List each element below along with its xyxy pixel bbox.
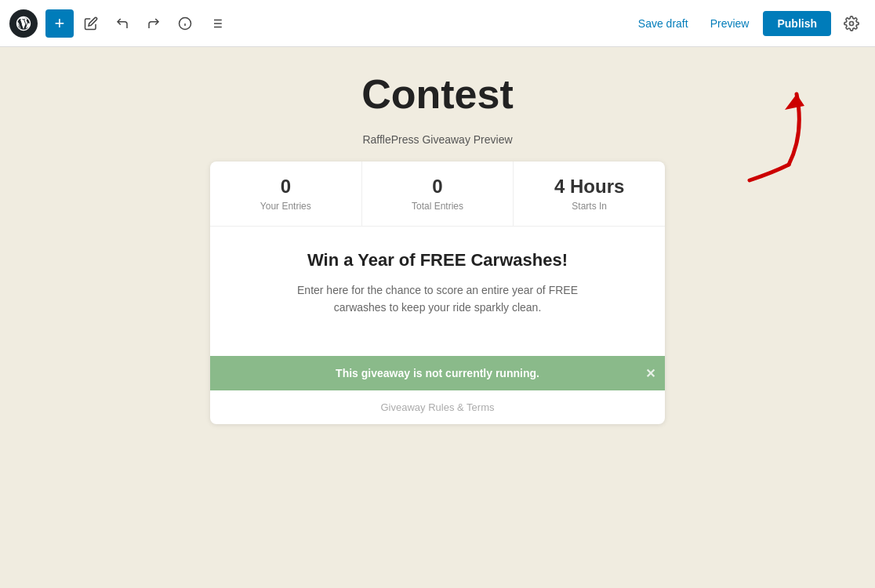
widget-body: Win a Year of FREE Carwashes! Enter here… [210, 227, 665, 332]
publish-button[interactable]: Publish [763, 11, 831, 36]
notice-close-button[interactable]: ✕ [645, 365, 655, 380]
preview-button[interactable]: Preview [703, 13, 757, 34]
giveaway-widget: 0 Your Entries 0 Total Entries 4 Hours S… [210, 162, 665, 424]
widget-title: Win a Year of FREE Carwashes! [241, 250, 634, 270]
list-view-button[interactable] [202, 9, 231, 38]
svg-marker-10 [785, 94, 804, 110]
arrow-annotation [703, 71, 828, 199]
your-entries-number: 0 [218, 176, 354, 198]
stat-total-entries: 0 Total Entries [362, 162, 514, 226]
undo-button[interactable] [108, 9, 136, 38]
starts-in-number: 4 Hours [521, 176, 657, 198]
stats-row: 0 Your Entries 0 Total Entries 4 Hours S… [210, 162, 665, 227]
svg-point-9 [850, 21, 854, 25]
wordpress-logo[interactable] [9, 9, 38, 38]
notice-text: This giveaway is not currently running. [336, 367, 539, 379]
widget-footer: Giveaway Rules & Terms [210, 390, 665, 424]
main-content: Contest RafflePress Giveaway Preview 0 Y… [0, 47, 875, 588]
stat-starts-in: 4 Hours Starts In [514, 162, 665, 226]
redo-button[interactable] [140, 9, 168, 38]
widget-description: Enter here for the chance to score an en… [273, 281, 602, 317]
starts-in-label: Starts In [521, 201, 657, 212]
notice-bar: This giveaway is not currently running. … [210, 356, 665, 390]
total-entries-number: 0 [370, 176, 506, 198]
preview-label: RafflePress Giveaway Preview [362, 133, 512, 146]
giveaway-rules-link[interactable]: Giveaway Rules & Terms [381, 401, 495, 413]
page-title: Contest [361, 71, 514, 118]
toolbar: + [0, 0, 875, 47]
info-button[interactable] [171, 9, 199, 38]
add-block-button[interactable]: + [45, 9, 74, 38]
toolbar-actions: Save draft Preview Publish [630, 9, 866, 38]
save-draft-button[interactable]: Save draft [630, 13, 696, 34]
settings-button[interactable] [837, 9, 866, 38]
stat-your-entries: 0 Your Entries [210, 162, 362, 226]
edit-button[interactable] [77, 9, 105, 38]
your-entries-label: Your Entries [218, 201, 354, 212]
total-entries-label: Total Entries [370, 201, 506, 212]
